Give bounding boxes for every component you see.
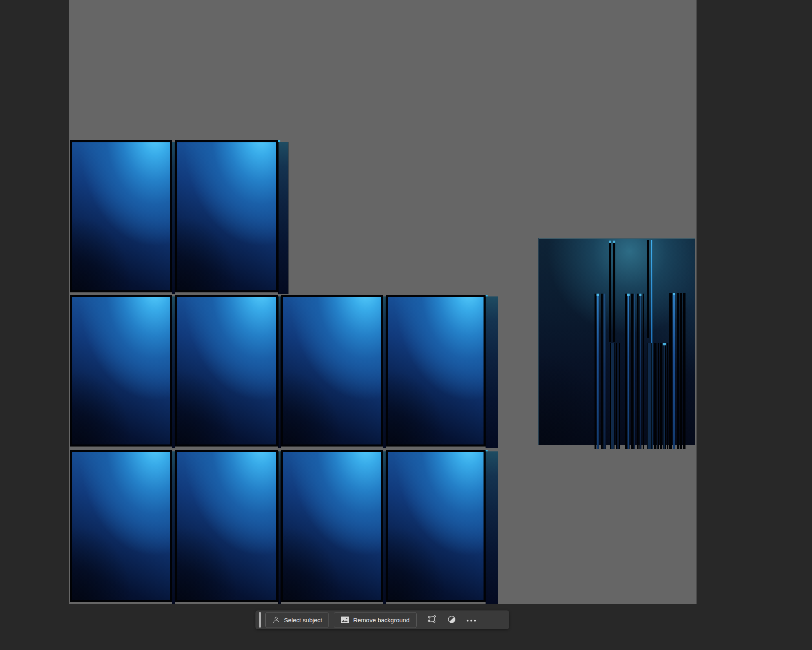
artwork-bar (669, 293, 672, 449)
card-edge-spine (383, 296, 386, 448)
artwork-bar (657, 343, 659, 449)
card-edge-spine (172, 296, 175, 448)
image-icon (341, 617, 349, 623)
barcode-artwork-image[interactable] (538, 238, 695, 445)
bar-highlight-cap (609, 241, 611, 243)
bar-highlight-cap (639, 294, 641, 296)
person-select-icon (272, 616, 280, 624)
artwork-bar (625, 294, 627, 449)
transform-warp-button[interactable] (422, 612, 442, 628)
artwork-bar (595, 294, 596, 449)
artwork-bar (647, 240, 649, 338)
adjustment-icon (447, 615, 456, 625)
artwork-bar (633, 294, 635, 449)
artwork-bar (663, 343, 666, 449)
card-edge-spine (278, 142, 288, 294)
artwork-bar (637, 294, 639, 449)
artwork-bar (613, 241, 615, 342)
taskbar-drag-handle[interactable] (259, 612, 261, 628)
artwork-bar (609, 241, 611, 342)
slice-card[interactable] (175, 140, 278, 292)
card-edge-spine (172, 142, 175, 294)
slice-card[interactable] (70, 295, 172, 447)
artwork-bar (654, 343, 656, 449)
card-edge-spine (383, 451, 386, 604)
artwork-bar (627, 294, 630, 449)
artwork-bar (616, 343, 620, 449)
remove-background-label: Remove background (353, 617, 409, 623)
document-canvas[interactable] (69, 0, 697, 604)
artwork-bar (601, 294, 603, 449)
slice-card[interactable] (281, 295, 383, 447)
artwork-bar (643, 294, 644, 449)
artwork-bar (639, 294, 641, 449)
more-options-icon (466, 617, 476, 623)
artwork-bar (631, 294, 633, 449)
slice-card[interactable] (386, 450, 486, 602)
artwork-bar (680, 293, 682, 449)
artwork-bar (610, 343, 615, 449)
artwork-bar (660, 343, 662, 449)
warp-icon (427, 615, 437, 625)
artwork-bar (647, 343, 652, 449)
artwork-bar (667, 343, 668, 449)
bar-highlight-cap (663, 343, 666, 345)
slice-card[interactable] (281, 450, 383, 602)
bar-highlight-cap (597, 294, 599, 296)
remove-background-button[interactable]: Remove background (334, 612, 416, 628)
slice-card[interactable] (175, 450, 278, 602)
card-edge-spine (486, 451, 498, 604)
photoshop-workspace: Select subject Remove background (0, 0, 812, 650)
select-subject-button[interactable]: Select subject (265, 612, 329, 628)
slice-card[interactable] (70, 450, 172, 602)
contextual-taskbar: Select subject Remove background (255, 610, 509, 629)
more-options-button[interactable] (461, 612, 481, 628)
bar-highlight-cap (627, 294, 630, 296)
select-subject-label: Select subject (284, 617, 322, 623)
adjustments-button[interactable] (442, 612, 461, 628)
artwork-bar (603, 294, 606, 449)
artwork-bar (677, 293, 679, 449)
taskbar-icon-group (422, 612, 481, 628)
slice-card[interactable] (175, 295, 278, 447)
artwork-bar (597, 294, 599, 449)
card-edge-spine (486, 296, 498, 448)
artwork-bar (683, 293, 686, 449)
slice-card[interactable] (386, 295, 486, 447)
artwork-bar (673, 293, 675, 449)
bar-highlight-cap (673, 293, 675, 295)
slice-card[interactable] (70, 140, 172, 292)
bar-highlight-cap (613, 241, 615, 243)
card-edge-spine (172, 451, 175, 604)
